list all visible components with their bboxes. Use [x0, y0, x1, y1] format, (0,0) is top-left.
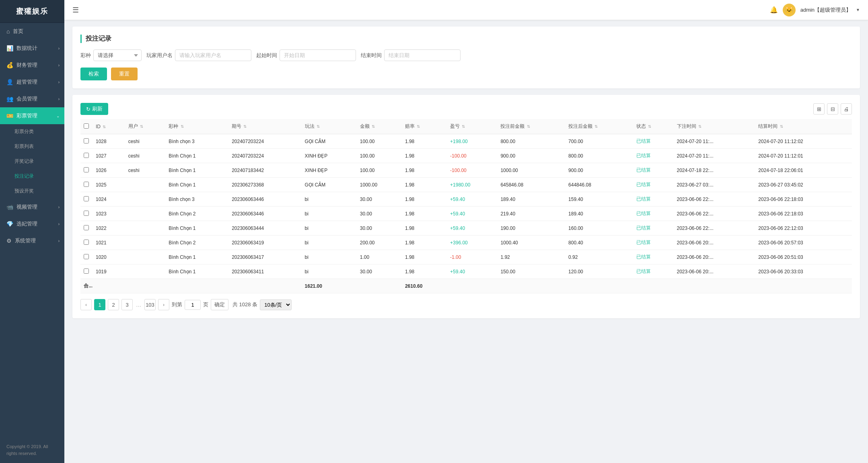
- sort-icon[interactable]: ⇅: [181, 124, 184, 129]
- print-icon-btn[interactable]: 🖨: [841, 103, 852, 115]
- row-checkbox[interactable]: [84, 211, 89, 216]
- row-checkbox[interactable]: [84, 182, 89, 187]
- menu-toggle-icon[interactable]: ☰: [72, 6, 79, 14]
- sidebar-item-home[interactable]: ⌂ 首页: [0, 23, 64, 40]
- sort-icon[interactable]: ⇅: [780, 124, 783, 129]
- sidebar-subitem-lottery-draw[interactable]: 开奖记录: [0, 154, 64, 169]
- cell-amount: 100.00: [357, 134, 402, 149]
- row-checkbox[interactable]: [84, 167, 89, 172]
- row-checkbox[interactable]: [84, 268, 89, 274]
- sidebar-menu: ⌂ 首页 📊 数据统计 › 💰 财务管理 › 👤 超管管理 › 👥 会员管理 ›…: [0, 23, 64, 437]
- sidebar-subitem-lottery-cat[interactable]: 彩票分类: [0, 124, 64, 139]
- col-bet-time: 下注时间 ⇅: [674, 119, 755, 134]
- select-all-header[interactable]: [80, 119, 93, 134]
- refresh-icon: ↻: [86, 106, 91, 112]
- sidebar-item-data[interactable]: 📊 数据统计 ›: [0, 40, 64, 57]
- page-2-btn[interactable]: 2: [108, 299, 119, 310]
- sidebar-subitem-lottery-bet[interactable]: 投注记录: [0, 169, 64, 184]
- cell-odds: 1.98: [402, 192, 447, 207]
- select-all-checkbox[interactable]: [84, 123, 89, 129]
- refresh-button[interactable]: ↻ 刷新: [80, 103, 108, 115]
- sort-icon[interactable]: ⇅: [140, 124, 143, 129]
- goto-input[interactable]: [185, 300, 201, 310]
- cell-settle-time: 2023-06-06 22:12:03: [755, 221, 852, 236]
- sort-icon[interactable]: ⇅: [243, 124, 247, 129]
- sidebar-item-video[interactable]: 📹 视频管理 ›: [0, 199, 64, 215]
- row-checkbox[interactable]: [84, 138, 89, 143]
- sidebar-item-agent[interactable]: 💎 选妃管理 ›: [0, 215, 64, 232]
- footer-empty-odds: [357, 279, 402, 293]
- export-icon-btn[interactable]: ⊟: [827, 103, 838, 115]
- sort-icon[interactable]: ⇅: [648, 124, 651, 129]
- print-icon: 🖨: [844, 106, 849, 112]
- cell-profit: +59.40: [447, 192, 497, 207]
- sort-icon[interactable]: ⇅: [527, 124, 530, 129]
- cell-user: [125, 250, 166, 264]
- page-1-btn[interactable]: 1: [94, 299, 105, 310]
- username-input[interactable]: [175, 49, 251, 61]
- row-checkbox[interactable]: [84, 225, 89, 230]
- cell-period: 202407183442: [228, 163, 301, 178]
- row-checkbox-cell[interactable]: [80, 207, 93, 221]
- cell-profit: +59.40: [447, 207, 497, 221]
- sidebar-item-label: 首页: [13, 28, 23, 35]
- row-checkbox-cell[interactable]: [80, 236, 93, 250]
- sidebar-item-system[interactable]: ⚙ 系统管理 ›: [0, 232, 64, 249]
- search-button[interactable]: 检索: [80, 68, 107, 80]
- user-dropdown-icon[interactable]: ▼: [856, 8, 860, 12]
- chevron-right-icon: ›: [58, 46, 60, 51]
- user-name[interactable]: admin【超级管理员】: [800, 6, 851, 14]
- cell-before: 1000.40: [497, 236, 565, 250]
- page-3-btn[interactable]: 3: [121, 299, 133, 310]
- prev-page-btn[interactable]: ‹: [80, 299, 92, 310]
- start-time-input[interactable]: [280, 49, 356, 61]
- chart-icon: 📊: [6, 45, 13, 51]
- goto-confirm-btn[interactable]: 确定: [211, 299, 228, 310]
- cell-user: ceshi: [125, 134, 166, 149]
- row-checkbox-cell[interactable]: [80, 134, 93, 149]
- sidebar-subitem-lottery-list[interactable]: 彩票列表: [0, 139, 64, 154]
- cell-lottery: Bình Chọn 1: [165, 221, 228, 236]
- end-time-input[interactable]: [384, 49, 461, 61]
- sort-icon[interactable]: ⇅: [103, 125, 106, 129]
- sidebar-subitem-lottery-pre[interactable]: 预设开奖: [0, 184, 64, 199]
- sidebar-item-finance[interactable]: 💰 财务管理 ›: [0, 57, 64, 74]
- sort-icon[interactable]: ⇅: [372, 124, 375, 129]
- row-checkbox[interactable]: [84, 196, 89, 201]
- sidebar-item-superadmin[interactable]: 👤 超管管理 ›: [0, 74, 64, 90]
- row-checkbox[interactable]: [84, 240, 89, 245]
- sort-icon[interactable]: ⇅: [417, 124, 420, 129]
- lottery-select[interactable]: 请选择: [93, 49, 142, 61]
- cell-period: 202306063419: [228, 236, 301, 250]
- row-checkbox-cell[interactable]: [80, 221, 93, 236]
- columns-icon-btn[interactable]: ⊞: [813, 103, 825, 115]
- col-id: ID ⇅: [93, 119, 125, 134]
- cell-settle-time: 2024-07-18 22:06:01: [755, 163, 852, 178]
- sort-icon[interactable]: ⇅: [698, 124, 701, 129]
- row-checkbox-cell[interactable]: [80, 178, 93, 192]
- subitem-label: 彩票分类: [14, 129, 34, 134]
- bell-icon[interactable]: 🔔: [770, 6, 778, 14]
- sort-icon[interactable]: ⇅: [462, 124, 465, 129]
- sidebar-item-members[interactable]: 👥 会员管理 ›: [0, 90, 64, 107]
- cell-lottery: Bình Chọn 2: [165, 236, 228, 250]
- username-filter-label: 玩家用户名: [146, 52, 173, 59]
- cell-id: 1021: [93, 236, 125, 250]
- row-checkbox-cell[interactable]: [80, 264, 93, 279]
- row-checkbox-cell[interactable]: [80, 192, 93, 207]
- sort-icon[interactable]: ⇅: [594, 124, 598, 129]
- row-checkbox-cell[interactable]: [80, 250, 93, 264]
- row-checkbox[interactable]: [84, 254, 89, 259]
- footer-total-amount: 1621.00: [302, 279, 357, 293]
- reset-button[interactable]: 重置: [111, 68, 138, 80]
- next-page-btn[interactable]: ›: [158, 299, 169, 310]
- footer-empty: [447, 279, 852, 293]
- page-103-btn[interactable]: 103: [144, 299, 156, 310]
- row-checkbox[interactable]: [84, 153, 89, 158]
- sort-icon[interactable]: ⇅: [317, 124, 320, 129]
- row-checkbox-cell[interactable]: [80, 163, 93, 178]
- page-size-select[interactable]: 10条/页 20条/页 50条/页: [260, 299, 292, 310]
- sidebar-item-lottery[interactable]: 🎫 彩票管理 ⌄: [0, 107, 64, 124]
- row-checkbox-cell[interactable]: [80, 149, 93, 163]
- cell-odds: 1.98: [402, 236, 447, 250]
